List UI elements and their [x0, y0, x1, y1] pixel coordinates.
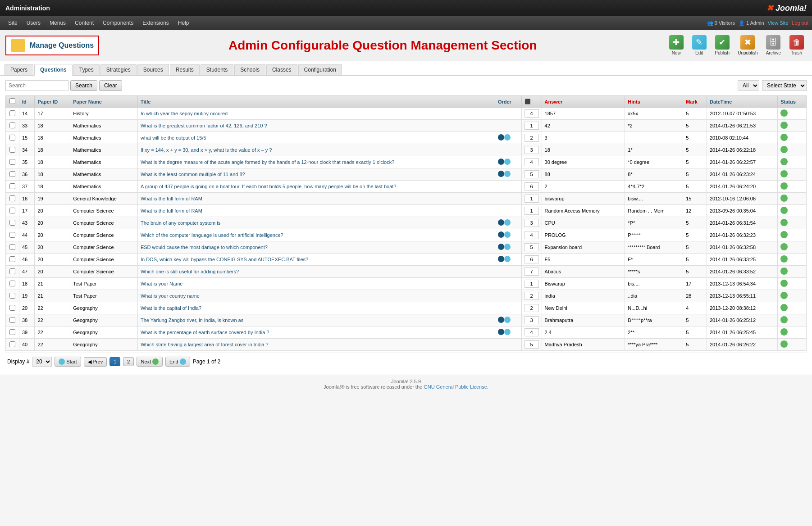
- bullet2-icon[interactable]: [504, 159, 511, 165]
- cell-title[interactable]: If xy = 144, x + y = 30, and x > y, what…: [137, 144, 495, 156]
- order-input[interactable]: [525, 280, 539, 288]
- bullet2-icon[interactable]: [504, 317, 511, 323]
- unpublish-button[interactable]: ✖ Unpublish: [735, 33, 760, 57]
- clear-button[interactable]: Clear: [99, 80, 122, 91]
- order-input[interactable]: [525, 195, 539, 203]
- order-input[interactable]: [525, 268, 539, 276]
- bullet2-icon[interactable]: [504, 171, 511, 177]
- row-checkbox[interactable]: [9, 329, 15, 335]
- order-input[interactable]: [525, 340, 539, 349]
- order-input[interactable]: [525, 255, 539, 263]
- select-all-checkbox[interactable]: [9, 98, 15, 104]
- row-checkbox[interactable]: [9, 208, 15, 213]
- cell-title[interactable]: A group of 437 people is going on a boat…: [137, 181, 495, 193]
- filter-all-select[interactable]: All: [738, 80, 759, 91]
- cell-title[interactable]: What is your Name: [137, 278, 495, 290]
- row-checkbox[interactable]: [9, 171, 15, 177]
- cell-title[interactable]: What is the degree measure of the acute …: [137, 156, 495, 168]
- view-site-link[interactable]: View Site: [768, 20, 789, 26]
- bullet-icon[interactable]: [498, 134, 504, 141]
- new-button[interactable]: ✚ New: [666, 33, 686, 57]
- row-checkbox[interactable]: [9, 305, 15, 311]
- bullet2-icon[interactable]: [504, 244, 511, 250]
- bullet-icon[interactable]: [498, 256, 504, 262]
- cell-title[interactable]: What is the percentage of earth surface …: [137, 326, 495, 339]
- trash-button[interactable]: 🗑 Trash: [786, 33, 807, 57]
- bullet-icon[interactable]: [498, 231, 504, 238]
- tab-schools[interactable]: Schools: [234, 64, 265, 75]
- order-input[interactable]: [525, 134, 539, 142]
- cell-title[interactable]: Which one is still useful for adding num…: [137, 266, 495, 278]
- display-select[interactable]: 20: [32, 357, 52, 367]
- cell-title[interactable]: what will be the output of 15/5: [137, 132, 495, 144]
- tab-students[interactable]: Students: [201, 64, 233, 75]
- row-checkbox[interactable]: [9, 244, 15, 250]
- order-input[interactable]: [525, 122, 539, 130]
- nav-item-menus[interactable]: Menus: [45, 16, 70, 30]
- order-input[interactable]: [525, 109, 539, 118]
- nav-item-content[interactable]: Content: [70, 16, 98, 30]
- cell-title[interactable]: Which of the computer language is used f…: [137, 229, 495, 241]
- search-input[interactable]: [5, 80, 68, 91]
- filter-state-select[interactable]: Select State: [762, 80, 807, 91]
- start-button[interactable]: Start: [55, 357, 81, 367]
- archive-button[interactable]: 🗄 Archive: [763, 33, 784, 57]
- row-checkbox[interactable]: [9, 122, 15, 128]
- order-input[interactable]: [525, 207, 539, 215]
- tab-strategies[interactable]: Strategies: [100, 64, 137, 75]
- prev-button[interactable]: ◀ Prev: [84, 357, 107, 367]
- order-input[interactable]: [525, 304, 539, 312]
- search-button[interactable]: Search: [70, 80, 97, 91]
- bullet2-icon[interactable]: [504, 231, 511, 238]
- row-checkbox[interactable]: [9, 268, 15, 274]
- row-checkbox[interactable]: [9, 317, 15, 323]
- bullet2-icon[interactable]: [504, 256, 511, 262]
- row-checkbox[interactable]: [9, 256, 15, 262]
- order-input[interactable]: [525, 219, 539, 227]
- row-checkbox[interactable]: [9, 110, 15, 116]
- page2-button[interactable]: 2: [123, 357, 134, 366]
- bullet-icon[interactable]: [498, 171, 504, 177]
- cell-title[interactable]: What is your country name: [137, 290, 495, 302]
- tab-results[interactable]: Results: [170, 64, 200, 75]
- row-checkbox[interactable]: [9, 147, 15, 153]
- row-checkbox[interactable]: [9, 232, 15, 238]
- row-checkbox[interactable]: [9, 341, 15, 347]
- order-input[interactable]: [525, 316, 539, 324]
- tab-configuration[interactable]: Configuration: [298, 64, 342, 75]
- bullet-icon[interactable]: [498, 329, 504, 335]
- nav-item-help[interactable]: Help: [173, 16, 194, 30]
- cell-title[interactable]: What is the full form of RAM: [137, 193, 495, 205]
- order-input[interactable]: [525, 231, 539, 239]
- nav-item-extensions[interactable]: Extensions: [138, 16, 173, 30]
- cell-title[interactable]: What is the full form of RAM: [137, 205, 495, 217]
- logout-link[interactable]: Log out: [792, 20, 808, 26]
- row-checkbox[interactable]: [9, 220, 15, 226]
- bullet-icon[interactable]: [498, 317, 504, 323]
- cell-title[interactable]: In DOS, which key will bypass the CONFIG…: [137, 254, 495, 266]
- nav-item-site[interactable]: Site: [4, 16, 22, 30]
- publish-button[interactable]: ✔ Publish: [712, 33, 732, 57]
- cell-title[interactable]: What is the least common multiple of 11 …: [137, 168, 495, 181]
- order-input[interactable]: [525, 182, 539, 190]
- page1-button[interactable]: 1: [109, 357, 120, 366]
- tab-sources[interactable]: Sources: [137, 64, 169, 75]
- tab-classes[interactable]: Classes: [266, 64, 297, 75]
- cell-title[interactable]: The brain of any computer system is: [137, 217, 495, 229]
- row-checkbox[interactable]: [9, 195, 15, 201]
- nav-item-users[interactable]: Users: [22, 16, 45, 30]
- cell-title[interactable]: What is the capital of India?: [137, 302, 495, 314]
- bullet2-icon[interactable]: [504, 329, 511, 335]
- cell-title[interactable]: Which state having a largest area of for…: [137, 339, 495, 351]
- end-button[interactable]: End: [165, 357, 190, 367]
- tab-types[interactable]: Types: [73, 64, 100, 75]
- bullet2-icon[interactable]: [504, 219, 511, 226]
- row-checkbox[interactable]: [9, 183, 15, 189]
- cell-title[interactable]: What is the greatest common factor of 42…: [137, 120, 495, 132]
- bullet-icon[interactable]: [498, 159, 504, 165]
- footer-license-link[interactable]: GNU General Public License.: [424, 384, 488, 390]
- order-input[interactable]: [525, 292, 539, 300]
- row-checkbox[interactable]: [9, 135, 15, 141]
- order-input[interactable]: [525, 158, 539, 166]
- edit-button[interactable]: ✎ Edit: [689, 33, 709, 57]
